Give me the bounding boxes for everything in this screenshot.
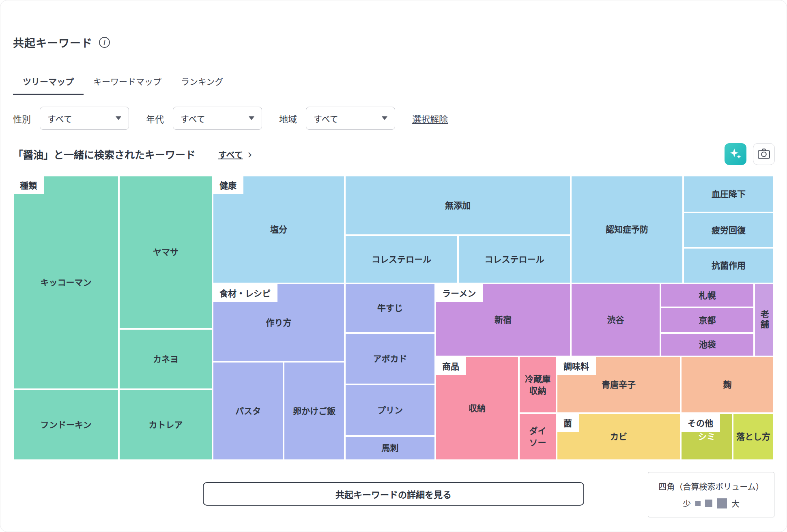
gender-filter-label: 性別 bbox=[13, 112, 31, 125]
treemap-cell-3-3[interactable]: 京都 bbox=[660, 307, 754, 333]
tab-keyword-map[interactable]: キーワードマップ bbox=[84, 69, 171, 95]
treemap-cell-5-0[interactable]: 青唐辛子 bbox=[557, 356, 681, 413]
treemap-cell-3-5[interactable]: 老舗 bbox=[754, 283, 774, 356]
chevron-down-icon bbox=[382, 116, 387, 120]
treemap-cell-0-1[interactable]: ヤマサ bbox=[119, 176, 213, 329]
sparkle-icon bbox=[729, 147, 742, 161]
treemap-cell-3-0[interactable]: 新宿 bbox=[435, 283, 571, 356]
screenshot-button[interactable] bbox=[753, 143, 775, 165]
treemap-cell-2-2[interactable]: アボカド bbox=[345, 333, 435, 384]
treemap-cell-2-1[interactable]: 牛すじ bbox=[345, 283, 435, 333]
legend-square-medium-icon bbox=[705, 500, 712, 507]
treemap-cell-1-0[interactable]: 塩分 bbox=[213, 176, 345, 283]
see-all-link[interactable]: すべて bbox=[218, 148, 243, 160]
region-select[interactable]: すべて bbox=[306, 107, 395, 130]
detail-button[interactable]: 共起キーワードの詳細を見る bbox=[203, 482, 584, 506]
treemap-cell-1-2[interactable]: コレステロール bbox=[345, 235, 458, 283]
page-title: 共起キーワード bbox=[13, 34, 92, 50]
treemap-cell-2-3[interactable]: プリン bbox=[345, 384, 435, 436]
page: 共起キーワード i ツリーマップ キーワードマップ ランキング 性別 すべて 年… bbox=[0, 0, 787, 532]
treemap-cell-3-2[interactable]: 札幌 bbox=[660, 283, 754, 307]
tab-treemap[interactable]: ツリーマップ bbox=[13, 69, 84, 95]
age-filter-label: 年代 bbox=[146, 112, 164, 125]
treemap-cell-7-0[interactable]: シミ bbox=[681, 413, 733, 460]
ai-sparkle-button[interactable] bbox=[725, 143, 746, 165]
treemap-cell-1-4[interactable]: 認知症予防 bbox=[571, 176, 683, 283]
chevron-down-icon bbox=[249, 116, 254, 120]
gender-select[interactable]: すべて bbox=[40, 107, 129, 130]
legend-square-small-icon bbox=[695, 501, 701, 506]
treemap-cell-4-0[interactable]: 収納 bbox=[435, 356, 519, 460]
treemap-cell-3-1[interactable]: 渋谷 bbox=[571, 283, 660, 356]
treemap-cell-0-2[interactable]: カネヨ bbox=[119, 329, 213, 389]
filter-bar: 性別 すべて 年代 すべて 地域 すべて 選択解除 bbox=[13, 107, 448, 130]
treemap-cell-2-4[interactable]: 馬刺 bbox=[345, 436, 435, 460]
treemap-cell-5-1[interactable]: 麹 bbox=[681, 356, 774, 413]
treemap-cell-2-5[interactable]: パスタ bbox=[213, 362, 284, 460]
legend-square-large-icon bbox=[717, 498, 727, 508]
treemap-cell-2-0[interactable]: 作り方 bbox=[213, 283, 345, 362]
gender-select-value: すべて bbox=[47, 112, 72, 124]
section-title: 「醤油」と一緒に検索されたキーワード bbox=[13, 147, 196, 161]
treemap-cell-3-4[interactable]: 池袋 bbox=[660, 333, 754, 356]
legend-min-label: 少 bbox=[683, 498, 691, 509]
age-select[interactable]: すべて bbox=[173, 107, 262, 130]
treemap-cell-0-0[interactable]: キッコーマン bbox=[13, 176, 119, 389]
treemap-cell-1-6[interactable]: 疲労回復 bbox=[683, 212, 774, 248]
treemap-cell-1-7[interactable]: 抗菌作用 bbox=[683, 248, 774, 283]
legend-title: 四角（合算検索ボリューム） bbox=[658, 481, 763, 492]
info-icon[interactable]: i bbox=[99, 37, 110, 48]
treemap-cell-0-4[interactable]: カトレア bbox=[119, 389, 213, 460]
chevron-down-icon bbox=[116, 116, 121, 120]
treemap-cell-4-1[interactable]: 冷蔵庫 収納 bbox=[519, 356, 557, 413]
toolbar-icons bbox=[725, 143, 775, 165]
legend-max-label: 大 bbox=[731, 498, 740, 509]
camera-icon bbox=[757, 148, 770, 161]
tab-bar: ツリーマップ キーワードマップ ランキング bbox=[13, 69, 233, 95]
volume-legend: 四角（合算検索ボリューム） 少 大 bbox=[648, 472, 774, 517]
age-select-value: すべて bbox=[181, 112, 205, 124]
treemap-cell-1-3[interactable]: コレステロール bbox=[458, 235, 571, 283]
treemap-cell-6-0[interactable]: カビ bbox=[557, 413, 681, 460]
treemap-cell-2-6[interactable]: 卵かけご飯 bbox=[284, 362, 345, 460]
treemap: キッコーマンヤマサカネヨフンドーキンカトレア種類塩分無添加コレステロールコレステ… bbox=[13, 176, 774, 460]
clear-selection-link[interactable]: 選択解除 bbox=[412, 112, 448, 125]
treemap-cell-0-3[interactable]: フンドーキン bbox=[13, 389, 119, 460]
treemap-cell-4-2[interactable]: ダイ ソー bbox=[519, 413, 557, 460]
section-header: 「醤油」と一緒に検索されたキーワード すべて › bbox=[13, 143, 775, 165]
treemap-cell-1-5[interactable]: 血圧降下 bbox=[683, 176, 774, 212]
header: 共起キーワード i bbox=[13, 34, 110, 50]
region-select-value: すべて bbox=[314, 112, 338, 124]
treemap-cell-1-1[interactable]: 無添加 bbox=[345, 176, 571, 235]
region-filter-label: 地域 bbox=[279, 112, 297, 125]
chevron-right-icon: › bbox=[248, 148, 252, 160]
tab-ranking[interactable]: ランキング bbox=[171, 69, 233, 95]
legend-scale: 少 大 bbox=[683, 498, 740, 509]
treemap-cell-7-1[interactable]: 落とし方 bbox=[733, 413, 774, 460]
